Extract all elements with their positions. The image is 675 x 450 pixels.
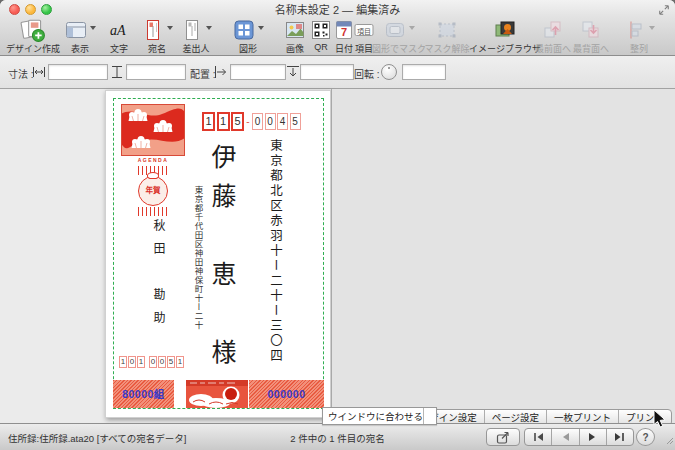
design-canvas[interactable]: AGENDA 年賀 1 1 5 - 0 0 4 5: [0, 89, 331, 424]
rotation-dial[interactable]: [381, 64, 397, 80]
postal-digit-box: 4: [277, 113, 288, 130]
y-position-icon: [286, 65, 300, 83]
nenga-label: 年賀: [146, 186, 161, 195]
mask-release-icon: [435, 18, 459, 42]
share-button[interactable]: [486, 428, 520, 446]
x-position-input[interactable]: [230, 64, 286, 80]
recipient-postal-code[interactable]: 1 1 5 - 0 0 4 5: [202, 112, 301, 131]
postal-digit-box: 5: [290, 113, 301, 130]
y-position-input[interactable]: [300, 64, 354, 80]
postcard-preview[interactable]: AGENDA 年賀 1 1 5 - 0 0 4 5: [105, 90, 331, 418]
width-input[interactable]: [48, 64, 108, 80]
height-input[interactable]: [126, 64, 186, 80]
sender-address[interactable]: 東京都千代田区神田神保町十ー二十: [192, 186, 204, 330]
postal-digit-box: 1: [137, 356, 145, 368]
window-title: 名称未設定 2 — 編集済み: [275, 4, 400, 16]
zoom-button[interactable]: [41, 4, 52, 15]
arrange-label: 配置 :: [190, 66, 216, 81]
fullscreen-icon[interactable]: [658, 2, 670, 14]
size-label: 寸法 :: [8, 66, 34, 81]
window-chrome: 名称未設定 2 — 編集済み デザイン作成 表示 aA 文字 宛名 差出人: [0, 0, 675, 56]
stamp-caption: AGENDA: [121, 157, 185, 163]
zoom-fit-select[interactable]: ウインドウに合わせる: [322, 407, 437, 425]
previous-record-button[interactable]: [551, 429, 578, 445]
sender-postal-code[interactable]: 1 0 1 0 0 5 1: [119, 356, 184, 368]
lottery-sunrise-illustration: [186, 380, 248, 412]
postal-digit-box: 0: [265, 113, 276, 130]
postal-digit-box: 1: [176, 356, 184, 368]
inspector-pane: [331, 89, 675, 424]
first-record-button[interactable]: [525, 429, 551, 445]
recipient-name[interactable]: 伊藤 恵 様: [203, 144, 239, 378]
next-record-button[interactable]: [579, 429, 606, 445]
lottery-group-number: 80000組: [113, 380, 174, 408]
nenga-stripes-bottom: [138, 207, 168, 216]
postal-digit-box: 0: [149, 356, 157, 368]
stepper-icon[interactable]: [423, 408, 436, 424]
app-window: 名称未設定 2 — 編集済み デザイン作成 表示 aA 文字 宛名 差出人: [0, 0, 675, 450]
zoom-fit-value: ウインドウに合わせる: [323, 409, 423, 423]
postal-digit-box: 1: [202, 112, 215, 131]
sender-name[interactable]: 秋田 勘助: [150, 219, 167, 334]
format-bar: 寸法 : 配置 : 回転 :: [0, 56, 675, 89]
share-icon: [496, 431, 511, 444]
width-icon: [32, 65, 46, 83]
postal-hyphen: -: [246, 112, 251, 131]
postal-digit-box: 0: [252, 113, 263, 130]
nenga-bow-icon: [147, 172, 159, 179]
rotate-label: 回転 :: [354, 66, 380, 81]
x-position-icon: [214, 65, 228, 83]
minimize-button[interactable]: [25, 4, 36, 15]
chevron-down-icon: [649, 26, 655, 33]
record-nav-control: [524, 428, 634, 446]
stamp-graphic[interactable]: [121, 104, 185, 160]
recipient-address[interactable]: 東京都北区赤羽十ー二十ー三〇四: [266, 139, 285, 364]
main-area: AGENDA 年賀 1 1 5 - 0 0 4 5: [0, 89, 675, 424]
sunrise-icon: [186, 380, 248, 408]
toolbar-align: 整列: [591, 16, 675, 55]
titlebar[interactable]: 名称未設定 2 — 編集済み: [0, 0, 675, 15]
toolbar-label: 整列: [591, 42, 675, 55]
nenga-mark[interactable]: 年賀: [138, 176, 168, 206]
close-button[interactable]: [9, 4, 20, 15]
resize-grip[interactable]: [666, 431, 674, 449]
postal-digit-box: 1: [119, 356, 127, 368]
postal-digit-box: 5: [167, 356, 175, 368]
postal-digit-box: 1: [217, 112, 230, 131]
status-bar: 住所録:住所録.ata20 [すべての宛名データ] 2 件中の 1 件目の宛名 …: [0, 423, 675, 450]
address-book-status: 住所録:住所録.ata20 [すべての宛名データ]: [8, 431, 186, 445]
align-icon: [623, 18, 647, 42]
rotation-input[interactable]: [402, 64, 446, 80]
postal-digit-box: 0: [128, 356, 136, 368]
lottery-serial-number: 000000: [249, 380, 324, 408]
postal-digit-box: 0: [158, 356, 166, 368]
pine-stamp-icon: [121, 104, 185, 156]
postal-digit-box: 5: [231, 112, 244, 131]
mouse-cursor: [653, 409, 666, 432]
last-record-button[interactable]: [606, 429, 633, 445]
height-icon: [110, 65, 124, 83]
